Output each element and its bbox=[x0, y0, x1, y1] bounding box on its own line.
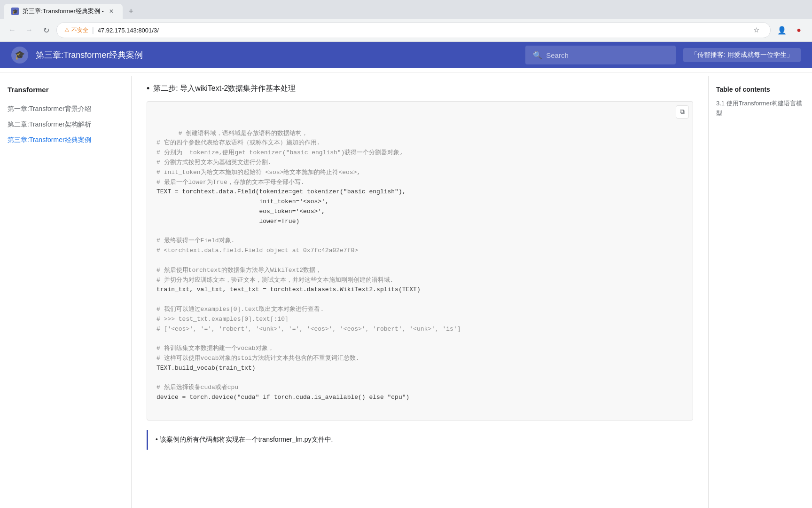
new-tab-button[interactable]: + bbox=[125, 5, 138, 18]
toc-item-1[interactable]: 3.1 使用Transformer构建语言模型 bbox=[716, 99, 804, 119]
code-comment-1: # 创建语料域，语料域是存放语料的数据结构， bbox=[179, 130, 308, 137]
code-comment-8: # <torchtext.data.field.Field object at … bbox=[156, 247, 358, 254]
code-comment-12: # >>> test_txt.examples[0].text[:10] bbox=[156, 316, 289, 323]
active-tab[interactable]: 🎓 第三章:Transformer经典案例 - ✕ bbox=[4, 4, 123, 19]
code-line-3: eos_token='<eos>', bbox=[156, 208, 325, 215]
search-placeholder: Search bbox=[546, 51, 569, 59]
sidebar: Transformer 第一章:Transformer背景介绍 第二章:Tran… bbox=[0, 76, 132, 508]
security-indicator: ⚠ 不安全 bbox=[64, 26, 88, 34]
app-title: 第三章:Transformer经典案例 bbox=[36, 49, 518, 61]
code-block: ⧉ # 创建语料域，语料域是存放语料的数据结构， # 它的四个参数代表给存放语料… bbox=[147, 101, 693, 421]
bookmark-button[interactable]: ☆ bbox=[750, 24, 763, 37]
content-area: • 第二步: 导入wikiText-2数据集并作基本处理 ⧉ # 创建语料域，语… bbox=[132, 76, 709, 508]
section-heading: • 第二步: 导入wikiText-2数据集并作基本处理 bbox=[147, 84, 693, 94]
code-line-4: lower=True) bbox=[156, 218, 299, 225]
code-comment-11: # 我们可以通过examples[0].text取出文本对象进行查看. bbox=[156, 306, 324, 313]
code-comment-4: # 分割方式按照文本为基础英文进行分割. bbox=[156, 159, 271, 166]
search-icon: 🔍 bbox=[533, 51, 542, 60]
sidebar-title: Transformer bbox=[8, 86, 124, 94]
tab-bar: 🎓 第三章:Transformer经典案例 - ✕ + bbox=[0, 0, 812, 19]
code-comment-6: # 最后一个lower为True，存放的文本字母全部小写. bbox=[156, 179, 304, 186]
code-line-7: device = torch.device("cuda" if torch.cu… bbox=[156, 394, 409, 401]
sidebar-item-chapter1[interactable]: 第一章:Transformer背景介绍 bbox=[8, 101, 124, 117]
sidebar-item-chapter2[interactable]: 第二章:Transformer架构解析 bbox=[8, 117, 124, 132]
code-comment-16: # 然后选择设备cuda或者cpu bbox=[156, 384, 238, 391]
code-line-5: train_txt, val_txt, test_txt = torchtext… bbox=[156, 286, 421, 293]
url-text: 47.92.175.143:8001/3/ bbox=[98, 27, 159, 34]
account-button[interactable]: 👤 bbox=[774, 23, 789, 38]
code-comment-3: # 分别为 tokenize,使用get_tokenizer("basic_en… bbox=[156, 149, 403, 156]
site-branding: 「传智播客: 用爱成就每一位学生」 bbox=[683, 48, 801, 62]
app-header: 🎓 第三章:Transformer经典案例 🔍 Search 「传智播客: 用爱… bbox=[0, 42, 812, 68]
refresh-button[interactable]: ↻ bbox=[39, 24, 53, 37]
toc-panel: Table of contents 3.1 使用Transformer构建语言模… bbox=[709, 76, 812, 508]
tab-close-button[interactable]: ✕ bbox=[108, 8, 115, 15]
bottom-bullet-icon: • bbox=[156, 436, 160, 443]
code-comment-9: # 然后使用torchtext的数据集方法导入WikiText2数据， bbox=[156, 267, 321, 274]
tab-title: 第三章:Transformer经典案例 - bbox=[23, 7, 104, 16]
code-comment-10: # 并切分为对应训练文本，验证文本，测试文本，并对这些文本施加刚刚创建的语料域. bbox=[156, 277, 393, 284]
address-bar: ← → ↻ ⚠ 不安全 | 47.92.175.143:8001/3/ ☆ 👤 … bbox=[0, 19, 812, 41]
forward-button[interactable]: → bbox=[23, 24, 36, 37]
copy-button[interactable]: ⧉ bbox=[676, 105, 689, 119]
bullet-icon: • bbox=[147, 84, 149, 94]
app-logo: 🎓 bbox=[11, 47, 28, 64]
code-comment-15: # 这样可以使用vocab对象的stoi方法统计文本共包含的不重复词汇总数. bbox=[156, 355, 359, 362]
code-line-1: TEXT = torchtext.data.Field(tokenize=get… bbox=[156, 188, 406, 195]
back-button[interactable]: ← bbox=[6, 24, 19, 37]
code-comment-5: # init_token为给文本施加的起始符 <sos>给文本施加的终止符<eo… bbox=[156, 169, 360, 176]
sidebar-item-chapter3[interactable]: 第三章:Transformer经典案例 bbox=[8, 132, 124, 148]
browser-actions: 👤 ● bbox=[774, 23, 806, 38]
header-divider bbox=[0, 72, 812, 72]
toc-title: Table of contents bbox=[716, 86, 804, 93]
bottom-bullet-item: • 该案例的所有代码都将实现在一个transformer_lm.py文件中. bbox=[147, 430, 693, 450]
browser-chrome: 🎓 第三章:Transformer经典案例 - ✕ + ← → ↻ ⚠ 不安全 … bbox=[0, 0, 812, 42]
search-bar[interactable]: 🔍 Search bbox=[525, 46, 676, 64]
code-comment-7: # 最终获得一个Field对象. bbox=[156, 237, 234, 244]
main-layout: Transformer 第一章:Transformer背景介绍 第二章:Tran… bbox=[0, 76, 812, 508]
code-comment-14: # 将训练集文本数据构建一个vocab对象， bbox=[156, 345, 274, 352]
extension-button[interactable]: ● bbox=[791, 23, 806, 38]
code-line-2: init_token='<sos>', bbox=[156, 198, 329, 205]
bottom-bullet-text: 该案例的所有代码都将实现在一个transformer_lm.py文件中. bbox=[160, 436, 333, 443]
code-comment-2: # 它的四个参数代表给存放语料（或称作文本）施加的作用. bbox=[156, 139, 320, 146]
code-line-6: TEXT.build_vocab(train_txt) bbox=[156, 365, 256, 372]
tab-favicon: 🎓 bbox=[11, 8, 19, 15]
url-actions: ☆ bbox=[750, 24, 763, 37]
section-heading-text: 第二步: 导入wikiText-2数据集并作基本处理 bbox=[153, 84, 296, 94]
url-separator: | bbox=[92, 26, 94, 34]
code-comment-13: # ['<eos>', '=', 'robert', '<unk>', '=',… bbox=[156, 325, 461, 333]
url-bar[interactable]: ⚠ 不安全 | 47.92.175.143:8001/3/ ☆ bbox=[56, 22, 771, 38]
